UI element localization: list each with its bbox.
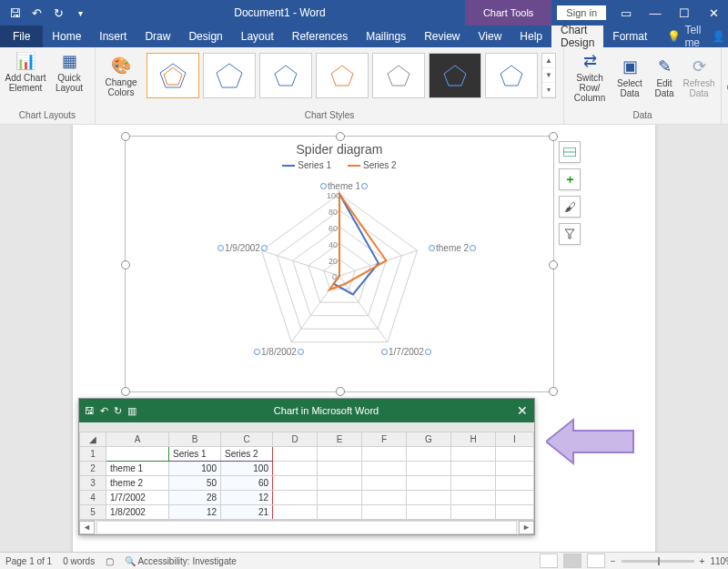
edit-data-icon: ✎ [654,56,674,76]
chart-legend[interactable]: Series 1 Series 2 [126,157,553,174]
tab-chart-design[interactable]: Chart Design [551,25,603,47]
axis-label-1[interactable]: theme 2 [428,243,477,253]
selection-handle[interactable] [121,387,130,396]
tab-layout[interactable]: Layout [232,25,283,47]
change-colors-button[interactable]: 🎨 Change Colors [99,54,143,97]
select-data-button[interactable]: ▣ Select Data [612,49,648,103]
selection-handle[interactable] [549,132,558,141]
tab-review[interactable]: Review [415,25,469,47]
page: Spider diagram Series 1 Series 2 [73,125,655,554]
chart-data-grid[interactable]: ◢ A B C D E F G H I 1 Series 1 Series 2 [79,432,534,520]
chart-data-close-icon[interactable]: ✕ [511,403,534,418]
scroll-track[interactable] [96,521,517,534]
chart-style-3[interactable] [259,53,312,98]
chart-data-titlebar[interactable]: 🖫 ↶ ↻ ▥ Chart in Microsoft Word ✕ [79,399,534,422]
redo-icon[interactable]: ↻ [49,4,67,22]
minimize-icon[interactable]: — [641,0,670,25]
view-web-layout[interactable] [587,554,605,568]
svg-marker-3 [275,66,297,86]
scroll-right-icon[interactable]: ► [519,521,534,534]
switch-row-column-button[interactable]: ⇄ Switch Row/ Column [568,49,612,103]
chart-data-hscroll[interactable]: ◄ ► [79,520,534,534]
status-page[interactable]: Page 1 of 1 [5,556,52,566]
chart-style-7[interactable] [485,53,538,98]
ribbon-group-chart-styles: 🎨 Change Colors ▲▼▾ Chart Styles [96,47,564,124]
share-button[interactable]: 👤Share [701,30,728,43]
legend-swatch-2 [348,165,360,167]
quick-layout-icon: ▦ [59,51,79,71]
xl-redo-icon[interactable]: ↻ [114,405,122,417]
sign-in-button[interactable]: Sign in [557,5,606,20]
radar-plot[interactable]: 100 80 60 40 20 0 theme 1 theme 2 1/7/20… [126,174,553,365]
axis-label-2[interactable]: 1/7/2002 [380,347,432,357]
tab-file[interactable]: File [0,25,43,47]
view-read-mode[interactable] [540,554,558,568]
svg-text:100: 100 [327,191,340,200]
chart-data-window[interactable]: 🖫 ↶ ↻ ▥ Chart in Microsoft Word ✕ ◢ A B … [78,398,535,535]
tab-design[interactable]: Design [179,25,231,47]
chart-style-1[interactable] [147,53,199,98]
xl-save-icon[interactable]: 🖫 [85,405,95,417]
tab-draw[interactable]: Draw [136,25,179,47]
view-print-layout[interactable] [563,554,581,568]
chart-style-scroll[interactable]: ▲▼▾ [541,53,556,98]
document-title: Document1 - Word [95,6,465,19]
xl-open-excel-icon[interactable]: ▥ [127,405,136,417]
tab-format[interactable]: Format [603,25,656,47]
svg-marker-28 [565,229,574,239]
chart-style-5[interactable] [372,53,425,98]
chart-brush-button[interactable]: 🖌 [559,196,581,218]
axis-label-3[interactable]: 1/8/2002 [253,347,305,357]
qat-customize-icon[interactable]: ▾ [71,4,89,22]
switch-row-column-icon: ⇄ [580,51,600,71]
tab-home[interactable]: Home [43,25,90,47]
svg-marker-4 [331,66,353,86]
selection-handle[interactable] [336,132,345,141]
maximize-icon[interactable]: ☐ [670,0,699,25]
selection-handle[interactable] [121,260,130,269]
tab-help[interactable]: Help [511,25,551,47]
add-chart-element-button[interactable]: 📊 Add Chart Element [4,49,47,93]
status-accessibility[interactable]: 🔍 Accessibility: Investigate [125,556,237,566]
chart-filters-button[interactable] [559,223,581,245]
window-controls: ▭ — ☐ ✕ [612,0,728,25]
xl-undo-icon[interactable]: ↶ [100,405,108,417]
selection-handle[interactable] [549,260,558,269]
svg-marker-2 [217,64,242,87]
chart-style-2[interactable] [203,53,256,98]
axis-label-0[interactable]: theme 1 [319,181,369,191]
zoom-out-icon[interactable]: − [611,556,616,566]
save-icon[interactable]: 🖫 [5,4,24,22]
zoom-in-icon[interactable]: + [700,556,705,566]
tab-insert[interactable]: Insert [90,25,136,47]
selection-handle[interactable] [549,387,558,396]
quick-access-toolbar: 🖫 ↶ ↻ ▾ [0,4,95,22]
close-icon[interactable]: ✕ [699,0,728,25]
tab-references[interactable]: References [283,25,357,47]
selection-handle[interactable] [121,132,130,141]
ribbon-options-icon[interactable]: ▭ [612,0,641,25]
chart-object[interactable]: Spider diagram Series 1 Series 2 [125,136,554,392]
tab-mailings[interactable]: Mailings [357,25,415,47]
select-all-cell[interactable]: ◢ [80,432,106,447]
zoom-level[interactable]: 110% [710,556,728,566]
title-bar: 🖫 ↶ ↻ ▾ Document1 - Word Chart Tools Sig… [0,0,728,25]
scroll-left-icon[interactable]: ◄ [79,521,95,534]
chart-style-4[interactable] [316,53,369,98]
chart-tools-context-tab[interactable]: Chart Tools [465,0,551,25]
chart-elements-button[interactable] [559,141,581,163]
quick-layout-button[interactable]: ▦ Quick Layout [47,49,91,93]
zoom-slider[interactable] [622,560,694,563]
undo-icon[interactable]: ↶ [27,4,46,22]
axis-label-4[interactable]: 1/9/2002 [217,243,268,253]
tab-view[interactable]: View [470,25,511,47]
selection-handle[interactable] [336,387,345,396]
edit-data-button[interactable]: ✎ Edit Data [648,49,681,103]
chart-style-6[interactable] [429,53,481,98]
status-proofing-icon[interactable]: ▢ [106,556,114,566]
tell-me[interactable]: 💡Tell me [667,24,701,49]
chart-data-ribbon-collapsed [79,422,534,432]
status-words[interactable]: 0 words [63,556,95,566]
document-area[interactable]: Spider diagram Series 1 Series 2 [0,125,728,554]
chart-styles-button[interactable]: ＋ [559,168,581,190]
